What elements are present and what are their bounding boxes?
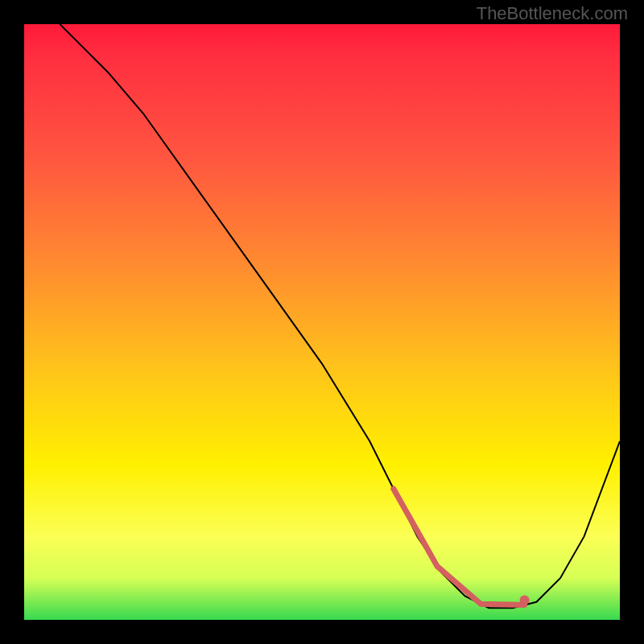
optimal-range-marker bbox=[394, 489, 525, 605]
watermark-text: TheBottleneck.com bbox=[477, 3, 628, 24]
bottleneck-curve-line bbox=[60, 24, 620, 608]
chart-plot-area bbox=[24, 24, 620, 620]
bottleneck-curve-svg bbox=[24, 24, 620, 620]
optimal-point-marker-icon bbox=[520, 596, 530, 605]
